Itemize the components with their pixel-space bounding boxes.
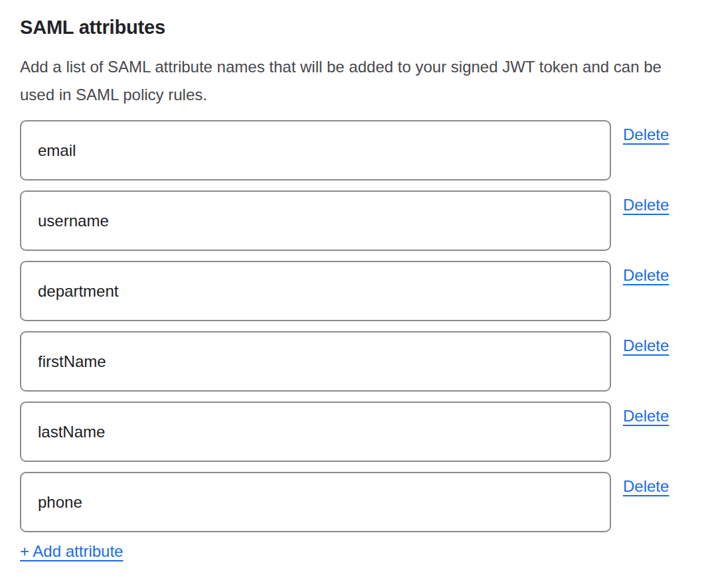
attribute-row: Delete	[20, 472, 688, 532]
attribute-list: Delete Delete Delete Delete Delete Delet…	[20, 120, 688, 532]
section-title: SAML attributes	[20, 16, 688, 39]
attribute-row: Delete	[20, 261, 688, 321]
delete-attribute-link[interactable]: Delete	[623, 196, 669, 214]
attribute-row: Delete	[20, 190, 688, 251]
attribute-name-input[interactable]	[20, 331, 611, 392]
delete-attribute-link[interactable]: Delete	[623, 266, 669, 285]
delete-attribute-link[interactable]: Delete	[623, 336, 669, 355]
add-attribute-link[interactable]: + Add attribute	[20, 542, 123, 561]
attribute-row: Delete	[20, 331, 688, 392]
attribute-row: Delete	[20, 402, 688, 462]
attribute-name-input[interactable]	[20, 190, 611, 251]
attribute-name-input[interactable]	[20, 472, 611, 532]
section-description: Add a list of SAML attribute names that …	[20, 53, 688, 109]
attribute-row: Delete	[20, 120, 688, 181]
attribute-name-input[interactable]	[20, 402, 611, 462]
attribute-name-input[interactable]	[20, 120, 611, 181]
delete-attribute-link[interactable]: Delete	[623, 125, 669, 144]
attribute-name-input[interactable]	[20, 261, 611, 321]
delete-attribute-link[interactable]: Delete	[623, 477, 669, 496]
page: { "section": { "title": "SAML attributes…	[0, 0, 708, 588]
saml-attributes-section: SAML attributes Add a list of SAML attri…	[20, 16, 688, 561]
delete-attribute-link[interactable]: Delete	[623, 407, 669, 425]
